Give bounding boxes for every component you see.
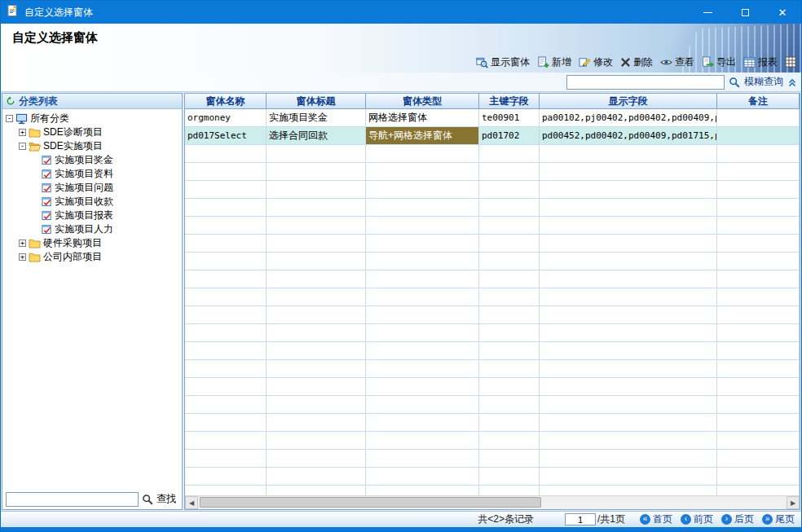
tree-item[interactable]: -所有分类	[2, 112, 182, 125]
grid-cell[interactable]: 网格选择窗体	[366, 109, 479, 127]
find-icon[interactable]	[142, 494, 153, 505]
grid-cell[interactable]: pd00452,pd00402,pd00409,pd01715,pd01	[540, 127, 717, 145]
grid-empty-row[interactable]	[185, 288, 800, 306]
refresh-icon[interactable]	[6, 96, 15, 106]
grid-cell[interactable]: pa00102,pj00402,pd00402,pd00409,pd01	[540, 109, 717, 127]
grid-cell	[540, 163, 717, 181]
tree-item[interactable]: -SDE实施项目	[2, 139, 182, 153]
grid-row[interactable]: pd017Select选择合同回款导航+网格选择窗体pd01702pd00452…	[185, 127, 800, 145]
tree-item[interactable]: +公司内部项目	[2, 250, 182, 264]
delete-button[interactable]: 删除	[620, 55, 653, 69]
grid-cell[interactable]	[717, 109, 800, 127]
tree-item[interactable]: +硬件采购项目	[2, 236, 182, 250]
view-button[interactable]: 查看	[660, 55, 694, 69]
tree-item-label: 实施项目问题	[55, 181, 113, 195]
grid-empty-row[interactable]	[185, 360, 800, 378]
tree-item[interactable]: 实施项目问题	[2, 181, 182, 195]
grid-cell[interactable]: 实施项目奖金	[267, 109, 366, 127]
grid-empty-row[interactable]	[185, 270, 800, 288]
tree-expander-icon[interactable]: +	[19, 253, 26, 261]
search-input[interactable]	[566, 75, 725, 90]
grid-cell[interactable]: pd01702	[479, 127, 540, 145]
find-input[interactable]	[6, 492, 139, 507]
nav-next-button[interactable]: ›后页	[721, 512, 754, 526]
sidebar-title: 分类列表	[19, 95, 58, 108]
tree-item[interactable]: +SDE诊断项目	[2, 125, 182, 139]
edit-button[interactable]: 修改	[579, 55, 613, 69]
nav-first-button[interactable]: «首页	[640, 512, 672, 526]
nav-prev-button[interactable]: ‹前页	[681, 512, 713, 526]
grid-cell[interactable]: te00901	[479, 109, 540, 127]
grid-cell	[185, 199, 267, 217]
toolbar-button-label: 查看	[675, 55, 694, 69]
column-header[interactable]: 窗体类型	[366, 94, 479, 109]
horizontal-scrollbar[interactable]: ◀ ▶	[185, 495, 800, 509]
scrollbar-thumb[interactable]	[200, 497, 541, 508]
scroll-right-arrow[interactable]: ▶	[787, 496, 800, 509]
grid-empty-row[interactable]	[185, 450, 800, 468]
grid-empty-row[interactable]	[185, 145, 800, 163]
grid-cell	[267, 288, 366, 306]
tree-expander-icon[interactable]: -	[19, 143, 26, 150]
grid-empty-row[interactable]	[185, 163, 800, 181]
grid-empty-row[interactable]	[185, 396, 800, 414]
page-input[interactable]	[565, 513, 596, 525]
grid-empty-row[interactable]	[185, 235, 800, 253]
grid-cell	[540, 288, 717, 306]
grid-empty-row[interactable]	[185, 181, 800, 199]
grid-cell[interactable]: 导航+网格选择窗体	[366, 127, 479, 145]
grid-cell	[479, 396, 540, 414]
column-header[interactable]: 主键字段	[479, 94, 540, 109]
grid-cell[interactable]	[717, 127, 800, 145]
fuzzy-query-label[interactable]: 模糊查询	[744, 75, 783, 89]
tree-item[interactable]: 实施项目资料	[2, 167, 182, 181]
column-header[interactable]: 显示字段	[540, 94, 717, 109]
grid-cell	[185, 342, 267, 360]
find-button[interactable]: 查找	[156, 492, 176, 506]
scrollbar-track[interactable]	[198, 496, 787, 509]
grid-empty-row[interactable]	[185, 199, 800, 217]
grid-empty-row[interactable]	[185, 253, 800, 270]
maximize-button[interactable]	[726, 1, 764, 24]
tree-expander-icon[interactable]: +	[19, 129, 26, 136]
report-button[interactable]: 报表	[743, 55, 778, 69]
grid-empty-row[interactable]	[185, 324, 800, 342]
tree-item[interactable]: 实施项目收款	[2, 195, 182, 209]
grid-empty-row[interactable]	[185, 342, 800, 360]
tree-expander-icon[interactable]: -	[6, 115, 13, 122]
fuzzy-search-icon[interactable]	[729, 77, 740, 88]
export-button[interactable]: 导出	[702, 55, 736, 69]
grid-empty-row[interactable]	[185, 378, 800, 396]
column-header[interactable]: 窗体名称	[185, 94, 267, 109]
grid-row[interactable]: orgmoney实施项目奖金网格选择窗体te00901pa00102,pj004…	[185, 109, 800, 127]
grid-cell	[366, 145, 479, 163]
tree-item[interactable]: 实施项目奖金	[2, 153, 182, 167]
column-header[interactable]: 备注	[717, 94, 800, 109]
grid-cell	[540, 378, 717, 396]
show-form-button[interactable]: 显示窗体	[476, 55, 530, 69]
column-header[interactable]: 窗体标题	[267, 94, 366, 109]
grid-cell[interactable]: orgmoney	[185, 109, 267, 127]
grid-menu-button[interactable]	[785, 56, 796, 68]
grid-empty-row[interactable]	[185, 414, 800, 432]
grid-cell[interactable]: pd017Select	[185, 127, 267, 145]
grid-icon	[785, 56, 796, 68]
main-area: 分类列表 -所有分类+SDE诊断项目-SDE实施项目实施项目奖金实施项目资料实施…	[1, 92, 801, 511]
grid-cell[interactable]: 选择合同回款	[267, 127, 366, 145]
nav-last-button[interactable]: »尾页	[762, 512, 795, 526]
grid-empty-row[interactable]	[185, 217, 800, 235]
tree-item[interactable]: 实施项目人力	[2, 222, 182, 236]
tree-item[interactable]: 实施项目报表	[2, 209, 182, 222]
grid-cell	[185, 181, 267, 199]
scroll-left-arrow[interactable]: ◀	[185, 496, 198, 509]
close-button[interactable]: ✕	[764, 1, 801, 24]
grid-empty-row[interactable]	[185, 432, 800, 450]
nav-label: 首页	[653, 512, 672, 526]
minimize-button[interactable]	[689, 1, 726, 24]
collapse-chevrons-icon[interactable]	[787, 77, 797, 87]
add-button[interactable]: 新增	[537, 55, 571, 69]
grid-empty-row[interactable]	[185, 306, 800, 324]
tree-expander-icon[interactable]: +	[19, 240, 26, 247]
grid-empty-row[interactable]	[185, 486, 800, 495]
grid-empty-row[interactable]	[185, 468, 800, 486]
